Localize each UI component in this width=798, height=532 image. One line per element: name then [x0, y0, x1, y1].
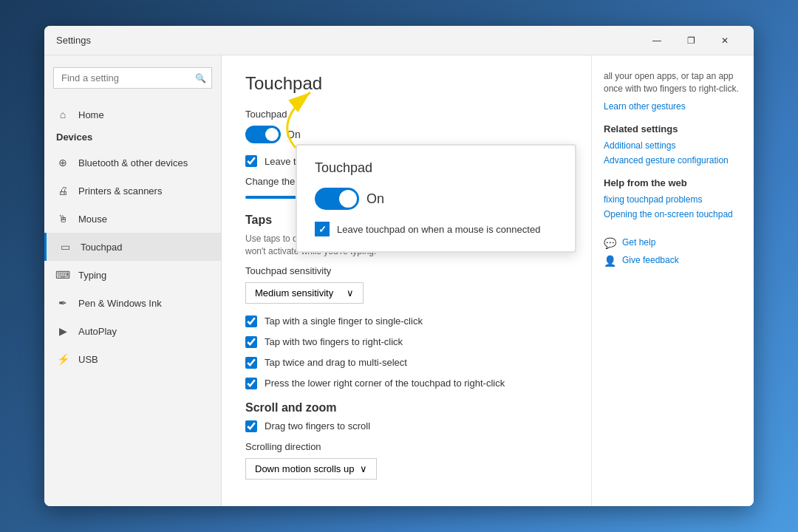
tap-option-0: Tap with a single finger to single-click	[245, 316, 567, 327]
tooltip-box: Touchpad On Leave touchpad on when a mou…	[296, 144, 576, 253]
tap-option-1: Tap with two fingers to right-click	[245, 336, 567, 348]
sensitivity-dropdown[interactable]: Medium sensitivity ∨	[245, 282, 364, 304]
related-settings: Related settings Additional settings Adv…	[604, 123, 742, 166]
tap-option-2: Tap twice and drag to multi-select	[245, 357, 567, 369]
sidebar-label-bluetooth: Bluetooth & other devices	[78, 157, 188, 168]
sidebar-item-usb[interactable]: ⚡ USB	[44, 345, 221, 373]
scroll-direction-chevron-icon: ∨	[360, 463, 367, 474]
window-content: 🔍 ⌂ Home Devices ⊕ Bluetooth & other dev…	[44, 55, 754, 506]
advanced-gesture-link[interactable]: Advanced gesture configuration	[604, 155, 742, 166]
window-title: Settings	[56, 35, 640, 46]
sidebar-section-devices: Devices	[44, 129, 221, 149]
sensitivity-selected: Medium sensitivity	[255, 287, 333, 299]
feedback-link[interactable]: Give feedback	[622, 255, 679, 265]
right-description: all your open apps, or tap an app once w…	[604, 70, 742, 95]
help-title: Help from the web	[604, 177, 742, 188]
tooltip-overlay: Touchpad On Leave touchpad on when a mou…	[296, 144, 576, 253]
help-from-web: Help from the web fixing touchpad proble…	[604, 177, 742, 219]
tooltip-checkbox-label: Leave touchpad on when a mouse is connec…	[337, 224, 540, 235]
sidebar-label-mouse: Mouse	[78, 214, 107, 225]
tap-label-0: Tap with a single finger to single-click	[265, 316, 423, 327]
tap-checkbox-2[interactable]	[245, 357, 257, 369]
tooltip-checkbox-row: Leave touchpad on when a mouse is connec…	[315, 222, 557, 236]
get-help-item: 💬 Get help	[604, 237, 742, 249]
onscreen-touchpad-link[interactable]: Opening the on-screen touchpad	[604, 209, 742, 219]
tooltip-toggle[interactable]	[315, 188, 359, 210]
touchpad-toggle-label: On	[287, 129, 301, 140]
tap-checkbox-1[interactable]	[245, 336, 257, 348]
related-settings-title: Related settings	[604, 123, 742, 134]
get-help-link[interactable]: Get help	[622, 237, 655, 248]
tap-checkbox-3[interactable]	[245, 378, 257, 389]
additional-settings-link[interactable]: Additional settings	[604, 140, 742, 151]
title-bar: Settings — ❐ ✕	[44, 26, 754, 55]
search-input[interactable]	[53, 67, 212, 89]
sensitivity-chevron-icon: ∨	[347, 287, 354, 299]
scroll-direction-selected: Down motion scrolls up	[255, 463, 354, 474]
sidebar-item-printers[interactable]: 🖨 Printers & scanners	[44, 177, 221, 205]
sidebar-label-touchpad: Touchpad	[81, 242, 122, 253]
tap-checkbox-0[interactable]	[245, 316, 257, 327]
bluetooth-icon: ⊕	[56, 156, 69, 169]
sidebar-item-autoplay[interactable]: ▶ AutoPlay	[44, 317, 221, 345]
sidebar-item-pen[interactable]: ✒ Pen & Windows Ink	[44, 289, 221, 317]
sidebar-label-printers: Printers & scanners	[78, 185, 162, 197]
tooltip-toggle-label: On	[366, 191, 384, 207]
home-icon: ⌂	[56, 108, 69, 121]
search-icon: 🔍	[195, 73, 206, 83]
minimize-button[interactable]: —	[640, 29, 674, 52]
sidebar-label-pen: Pen & Windows Ink	[78, 298, 162, 309]
search-container: 🔍	[53, 67, 212, 89]
sidebar-label-autoplay: AutoPlay	[78, 326, 117, 337]
touchpad-section-label: Touchpad	[245, 109, 567, 120]
sidebar: 🔍 ⌂ Home Devices ⊕ Bluetooth & other dev…	[44, 55, 222, 506]
close-button[interactable]: ✕	[708, 29, 742, 52]
feedback-item: 👤 Give feedback	[604, 255, 742, 267]
scroll-option-0: Drag two fingers to scroll	[245, 420, 567, 432]
learn-gestures-link[interactable]: Learn other gestures	[604, 101, 742, 112]
tap-label-1: Tap with two fingers to right-click	[265, 336, 403, 347]
settings-window: Settings — ❐ ✕ 🔍 ⌂ Home Devices ⊕ Blueto…	[44, 26, 754, 506]
leave-touchpad-checkbox[interactable]	[245, 155, 257, 167]
maximize-button[interactable]: ❐	[674, 29, 708, 52]
tooltip-checkbox[interactable]	[315, 222, 330, 236]
tooltip-toggle-row: On	[315, 188, 557, 210]
tap-option-3: Press the lower right corner of the touc…	[245, 378, 567, 389]
get-help-icon: 💬	[604, 237, 616, 249]
sidebar-label-home: Home	[78, 109, 104, 120]
tooltip-title: Touchpad	[315, 160, 557, 176]
touchpad-toggle-container: On	[245, 126, 301, 143]
scroll-label-0: Drag two fingers to scroll	[265, 420, 370, 432]
sidebar-item-bluetooth[interactable]: ⊕ Bluetooth & other devices	[44, 149, 221, 177]
feedback-icon: 👤	[604, 255, 616, 267]
window-controls: — ❐ ✕	[640, 29, 742, 52]
fixing-touchpad-link[interactable]: fixing touchpad problems	[604, 194, 742, 205]
keyboard-icon: ⌨	[56, 268, 69, 282]
main-content: Touchpad Touchpad On Leave touchpad on w…	[222, 55, 591, 506]
pen-icon: ✒	[56, 296, 69, 310]
scroll-zoom-heading: Scroll and zoom	[245, 401, 567, 415]
printer-icon: 🖨	[56, 184, 69, 197]
help-actions: 💬 Get help 👤 Give feedback	[604, 237, 742, 267]
sidebar-item-mouse[interactable]: 🖱 Mouse	[44, 205, 221, 233]
tap-label-3: Press the lower right corner of the touc…	[265, 378, 505, 389]
scroll-checkbox-0[interactable]	[245, 420, 257, 432]
scroll-direction-dropdown[interactable]: Down motion scrolls up ∨	[245, 458, 377, 480]
sidebar-label-usb: USB	[78, 354, 98, 365]
sensitivity-label: Touchpad sensitivity	[245, 265, 567, 276]
touchpad-icon: ▭	[58, 240, 72, 253]
autoplay-icon: ▶	[56, 324, 69, 338]
sidebar-label-typing: Typing	[78, 270, 106, 281]
mouse-icon: 🖱	[56, 212, 69, 225]
scrolling-direction-label: Scrolling direction	[245, 441, 567, 452]
page-title: Touchpad	[245, 73, 567, 94]
sidebar-item-home[interactable]: ⌂ Home	[44, 100, 221, 129]
usb-icon: ⚡	[56, 352, 69, 366]
touchpad-toggle[interactable]	[245, 126, 281, 143]
right-panel: all your open apps, or tap an app once w…	[591, 55, 754, 506]
sidebar-item-touchpad[interactable]: ▭ Touchpad	[44, 233, 221, 261]
tap-label-2: Tap twice and drag to multi-select	[265, 357, 407, 368]
sidebar-item-typing[interactable]: ⌨ Typing	[44, 261, 221, 289]
